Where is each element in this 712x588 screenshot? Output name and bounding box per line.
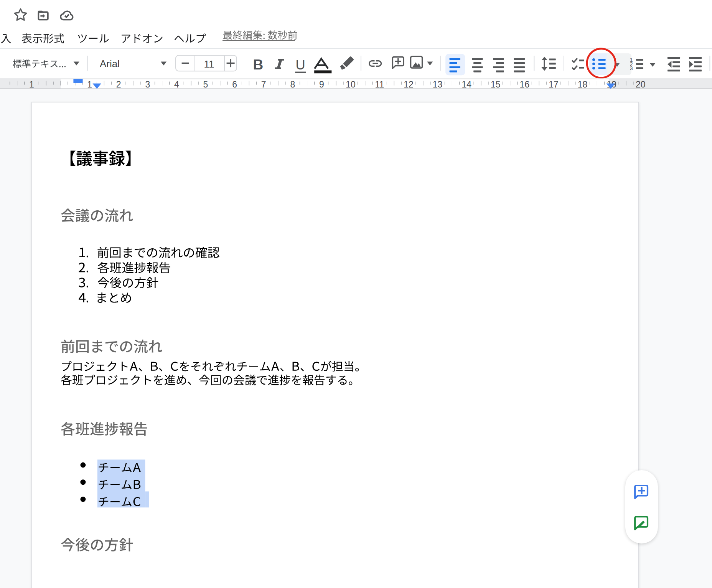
svg-text:1: 1	[87, 79, 92, 89]
svg-text:18: 18	[578, 79, 588, 89]
svg-text:13: 13	[433, 79, 443, 89]
svg-text:19: 19	[607, 79, 616, 89]
svg-text:1: 1	[29, 79, 34, 89]
svg-text:17: 17	[549, 79, 559, 89]
svg-text:6: 6	[232, 79, 237, 89]
svg-text:3: 3	[145, 79, 150, 89]
svg-text:9: 9	[319, 79, 324, 89]
svg-text:10: 10	[346, 79, 356, 89]
svg-text:2: 2	[116, 79, 121, 89]
svg-text:20: 20	[636, 79, 646, 89]
svg-text:16: 16	[520, 79, 530, 89]
svg-text:11: 11	[375, 79, 384, 89]
svg-text:12: 12	[404, 79, 414, 89]
svg-text:7: 7	[261, 79, 266, 89]
svg-text:15: 15	[491, 79, 501, 89]
svg-text:5: 5	[203, 79, 208, 89]
svg-text:8: 8	[290, 79, 295, 89]
svg-text:4: 4	[174, 79, 179, 89]
svg-text:14: 14	[461, 79, 471, 89]
